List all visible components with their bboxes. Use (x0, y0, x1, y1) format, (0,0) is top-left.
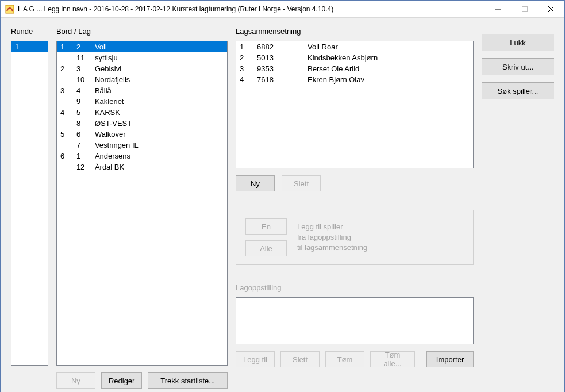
window-controls (485, 1, 564, 18)
svg-rect-2 (522, 6, 528, 11)
maximize-button (512, 1, 538, 18)
lagsammensetning-row[interactable]: 39353Berset Ole Arild (236, 63, 473, 74)
lagsammensetning-label: Lagsammensetning (236, 27, 474, 37)
en-button: En (245, 218, 287, 235)
bord-lag-row[interactable]: 45KARSK (57, 107, 227, 118)
window-title: L A G ... Legg inn navn - 2016-10-28 - 2… (18, 5, 485, 13)
bord-lag-row[interactable]: 61Andersens (57, 151, 227, 162)
bord-lag-row[interactable]: 34Bållå (57, 85, 227, 96)
svg-rect-0 (6, 5, 14, 13)
tom-button: Tøm (325, 351, 364, 367)
bord-lag-row[interactable]: 23Gebisivi (57, 63, 227, 74)
rediger-button[interactable]: Rediger (101, 372, 143, 389)
content-area: Runde 1 Bord / Lag 12Voll11syttisju23Geb… (1, 18, 564, 392)
importer-button[interactable]: Importer (426, 351, 474, 367)
close-button[interactable] (538, 1, 564, 18)
app-window: L A G ... Legg inn navn - 2016-10-28 - 2… (0, 0, 565, 392)
bord-lag-row[interactable]: 56Walkover (57, 129, 227, 140)
lagsammensetning-row[interactable]: 16882Voll Roar (236, 41, 473, 52)
groupbox-line2: fra lagoppstilling (297, 232, 367, 243)
lagsammensetning-list[interactable]: 16882Voll Roar25013Kindsbekken Asbjørn39… (236, 41, 474, 168)
ny-button: Ny (56, 372, 95, 389)
lagoppstilling-buttons: Legg til Slett Tøm Tøm alle... Importer (236, 351, 474, 367)
bord-lag-row[interactable]: 9Kakleriet (57, 96, 227, 107)
app-icon (5, 5, 14, 14)
trekk-startliste-button[interactable]: Trekk startliste... (148, 372, 228, 389)
legg-til-button: Legg til (236, 351, 275, 367)
tom-alle-button: Tøm alle... (370, 351, 415, 367)
groupbox-line1: Legg til spiller (297, 222, 367, 232)
sok-spiller-button[interactable]: Søk spiller... (482, 82, 554, 99)
titlebar: L A G ... Legg inn navn - 2016-10-28 - 2… (1, 1, 564, 18)
lagoppstilling-label: Lagoppstilling (236, 283, 474, 294)
bord-lag-row[interactable]: 11syttisju (57, 52, 227, 63)
runde-row[interactable]: 1 (11, 41, 48, 52)
bord-lag-row[interactable]: 10Nordafjells (57, 74, 227, 85)
bord-lag-row[interactable]: 12Årdal BK (57, 162, 227, 172)
lukk-button[interactable]: Lukk (482, 34, 554, 51)
minimize-button[interactable] (485, 1, 512, 18)
bord-lag-list[interactable]: 12Voll11syttisju23Gebisivi10Nordafjells3… (56, 41, 228, 366)
runde-list[interactable]: 1 (11, 41, 48, 366)
bord-lag-row[interactable]: 8ØST-VEST (57, 118, 227, 129)
lagsammensetning-slett-button: Slett (282, 175, 321, 191)
lagsammensetning-row[interactable]: 47618Ekren Bjørn Olav (236, 74, 473, 85)
bord-lag-buttons: Ny Rediger Trekk startliste... (56, 372, 228, 389)
groupbox-text: Legg til spiller fra lagoppstilling til … (297, 222, 367, 253)
lagsammensetning-ny-button[interactable]: Ny (236, 175, 275, 191)
lagoppstilling-slett-button: Slett (280, 351, 320, 367)
legg-til-spiller-groupbox: En Alle Legg til spiller fra lagoppstill… (236, 210, 474, 265)
lagsammensetning-row[interactable]: 25013Kindsbekken Asbjørn (236, 52, 473, 63)
bord-lag-column: Bord / Lag 12Voll11syttisju23Gebisivi10N… (56, 27, 228, 389)
skriv-ut-button[interactable]: Skriv ut... (482, 58, 554, 75)
bord-lag-row[interactable]: 7Vestringen IL (57, 140, 227, 151)
lagsammensetning-buttons: Ny Slett (236, 175, 474, 191)
bord-lag-label: Bord / Lag (56, 27, 228, 37)
runde-column: Runde 1 (11, 27, 48, 389)
bord-lag-row[interactable]: 12Voll (57, 41, 227, 52)
side-buttons: Lukk Skriv ut... Søk spiller... (482, 27, 554, 389)
groupbox-line3: til lagsammensetning (297, 243, 367, 253)
lagoppstilling-list[interactable] (236, 297, 474, 344)
right-column: Lagsammensetning 16882Voll Roar25013Kind… (236, 27, 474, 389)
alle-button: Alle (245, 240, 287, 256)
runde-label: Runde (11, 27, 48, 37)
